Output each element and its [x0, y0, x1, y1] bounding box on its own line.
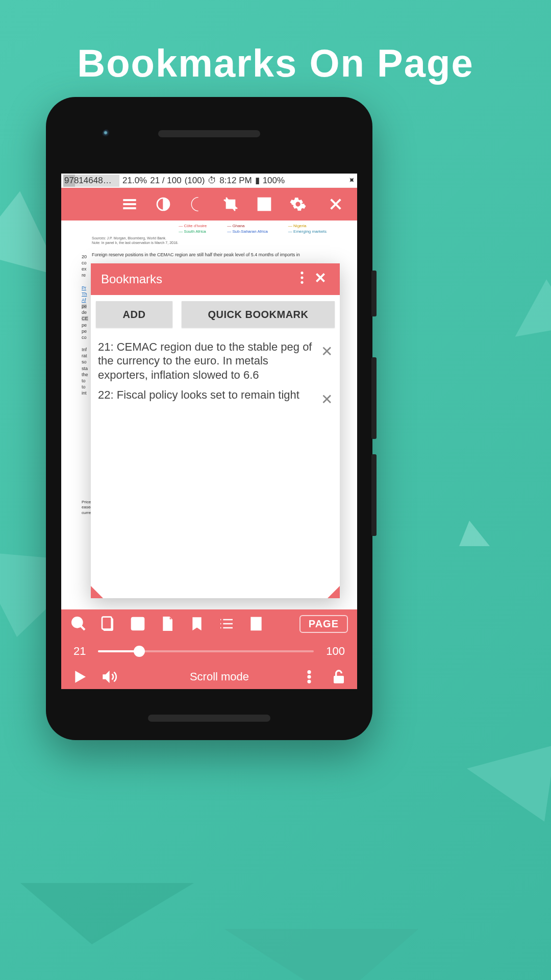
svg-point-4 [300, 281, 303, 284]
svg-point-11 [308, 671, 311, 674]
list-icon[interactable] [218, 616, 235, 632]
promo-title: Bookmarks On Page [0, 41, 551, 85]
dialog-header: Bookmarks [91, 263, 340, 295]
device-button [371, 271, 377, 316]
battery-percent: 100% [263, 176, 285, 186]
page-counter: 21 / 100 [150, 176, 181, 186]
pin-icon[interactable]: ✦ [345, 174, 357, 187]
progress-indicator: 97814648… [63, 175, 119, 187]
scroll-mode-label[interactable]: Scroll mode [131, 670, 288, 683]
bottom-toolbar: 1 PAGE [61, 609, 357, 638]
fullscreen-icon[interactable] [256, 196, 272, 212]
svg-point-12 [308, 675, 311, 678]
library-icon[interactable] [100, 616, 116, 632]
bookmarks-dialog: Bookmarks ADD QUICK BOOKMARK 21: CEMAC r… [91, 263, 340, 598]
bookmark-text: 22: Fiscal policy looks set to remain ti… [98, 388, 317, 402]
dialog-actions: ADD QUICK BOOKMARK [91, 295, 340, 334]
total-count: (100) [185, 176, 205, 186]
play-icon[interactable] [71, 669, 88, 685]
dialog-corner [328, 586, 340, 598]
battery-icon: ▮ [255, 175, 260, 186]
bookmark-item[interactable]: 22: Fiscal policy looks set to remain ti… [96, 385, 335, 411]
document-id: 97814648… [64, 176, 112, 186]
quick-bookmark-button[interactable]: QUICK BOOKMARK [182, 301, 335, 328]
delete-bookmark-icon[interactable]: ✕ [321, 340, 333, 360]
doc-sources: Sources: J.P. Morgan, Bloomberg, World B… [82, 235, 337, 250]
svg-text:1: 1 [254, 620, 258, 628]
bg-shape [467, 745, 551, 838]
device-button [371, 357, 377, 439]
lock-open-icon[interactable] [331, 669, 347, 685]
status-bar: 97814648… 21.0% 21 / 100 (100) ⏱8:12 PM … [61, 174, 357, 188]
total-pages: 100 [326, 645, 345, 658]
screen: 97814648… 21.0% 21 / 100 (100) ⏱8:12 PM … [61, 174, 357, 689]
svg-point-5 [72, 618, 82, 627]
volume-icon[interactable] [101, 669, 117, 685]
clock-time: 8:12 PM [219, 176, 252, 186]
more-icon[interactable] [293, 271, 311, 288]
bookmark-icon[interactable] [189, 616, 205, 632]
bookmark-text: 21: CEMAC region due to the stable peg o… [98, 340, 317, 382]
crop-icon[interactable] [222, 196, 239, 212]
progress-percent: 21.0% [122, 176, 147, 186]
menu-icon[interactable] [121, 196, 138, 212]
chart-legend: Côte d'IvoireSouth Africa GhanaSub-Sahar… [82, 220, 337, 235]
doc-paragraph: Foreign reserve positions in the CEMAC r… [82, 250, 337, 260]
bg-shape [224, 929, 418, 980]
dialog-close-icon[interactable] [311, 271, 330, 287]
page-icon[interactable] [159, 616, 176, 632]
top-toolbar [61, 188, 357, 220]
bookmark-list: 21: CEMAC region due to the stable peg o… [91, 334, 340, 598]
single-page-icon[interactable]: 1 [248, 616, 264, 632]
page-slider[interactable] [98, 650, 314, 652]
dialog-corner [91, 586, 103, 598]
night-mode-icon[interactable] [189, 196, 205, 212]
settings-icon[interactable] [290, 196, 306, 212]
dialog-title: Bookmarks [101, 272, 293, 286]
search-icon[interactable] [70, 616, 87, 632]
page-button[interactable]: PAGE [299, 615, 348, 633]
svg-point-3 [300, 276, 303, 279]
camera-dot [102, 129, 112, 139]
bg-shape [459, 521, 490, 546]
contrast-icon[interactable] [155, 196, 171, 212]
svg-point-13 [308, 680, 311, 683]
earpiece [158, 130, 260, 137]
svg-rect-7 [102, 617, 112, 629]
device-frame: 97814648… 21.0% 21 / 100 (100) ⏱8:12 PM … [46, 97, 372, 740]
device-button [371, 454, 377, 536]
delete-bookmark-icon[interactable]: ✕ [321, 388, 333, 408]
bg-shape [20, 883, 194, 944]
current-page: 21 [73, 645, 86, 658]
svg-point-2 [300, 272, 303, 274]
add-button[interactable]: ADD [96, 301, 172, 328]
chin-bar [148, 715, 270, 722]
bookmark-item[interactable]: 21: CEMAC region due to the stable peg o… [96, 337, 335, 385]
kebab-icon[interactable] [301, 669, 317, 685]
playback-bar: Scroll mode [61, 665, 357, 689]
edit-icon[interactable] [130, 616, 146, 632]
clock-icon: ⏱ [208, 176, 216, 186]
page-slider-bar: 21 100 [61, 638, 357, 665]
svg-rect-14 [334, 676, 344, 683]
close-icon[interactable] [328, 196, 344, 212]
bg-shape [506, 276, 551, 336]
